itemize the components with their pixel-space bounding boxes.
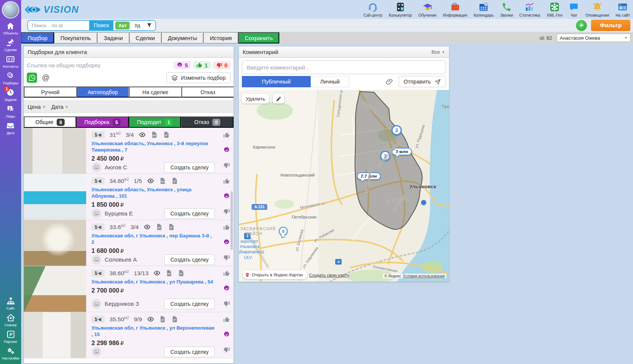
seal-check-icon[interactable] [223, 147, 230, 154]
pdf-icon[interactable]: pdf [156, 223, 163, 231]
tool-xml-gen[interactable]: XML-Ген [546, 2, 562, 17]
send-comment-button[interactable]: Отправить [399, 76, 446, 87]
map-cluster-marker[interactable]: 2 [392, 125, 402, 135]
thumb-down-icon[interactable] [223, 346, 230, 353]
listings-scrollbar[interactable] [231, 191, 233, 250]
listing-photo[interactable] [24, 312, 86, 358]
eye-icon[interactable] [153, 270, 161, 277]
image-count-icon[interactable] [91, 209, 101, 218]
listing-photo[interactable] [24, 128, 86, 173]
listing-address[interactable]: Ульяновская область, Ульяновск , 3-й пер… [91, 141, 218, 153]
mode-tab-Автоподбор[interactable]: Автоподбор [76, 87, 129, 98]
yandex-map[interactable]: Удалить А-151 223 млн2.7 млн0 ПрезидКарл… [239, 90, 449, 282]
comments-filter-select[interactable]: Все ▼ [432, 49, 445, 55]
listing-photo[interactable] [24, 174, 86, 220]
listing-address[interactable]: Ульяновская обл, г Ульяновск , ул Пушкар… [91, 279, 218, 285]
create-own-map-link[interactable]: Создать свою карту [309, 273, 349, 277]
sidebar-item-selections[interactable]: Подборы [3, 71, 18, 85]
sidebar-item-settings[interactable]: Настройки [2, 347, 20, 360]
mode-tab-На сделке[interactable]: На сделке [129, 87, 181, 98]
thumb-up-icon[interactable] [223, 270, 230, 277]
tab-Покупатель[interactable]: Покупатель [54, 32, 98, 43]
listing-address[interactable]: Ульяновская область, Ульяновск , улица А… [91, 187, 218, 200]
tool-notifications[interactable]: Оповещения [585, 2, 609, 17]
visibility-tab-Публичный[interactable]: Публичный [242, 76, 311, 87]
eye-icon[interactable] [144, 223, 151, 231]
seal-check-icon[interactable] [223, 285, 230, 292]
listing-photo[interactable] [24, 266, 86, 312]
deleted-toggle-button[interactable]: Уд [132, 23, 142, 28]
presentation-icon[interactable]: P [168, 223, 175, 231]
sidebar-item-scanner[interactable]: Сканер [2, 313, 20, 327]
mode-tab-Отказ[interactable]: Отказ [181, 87, 234, 98]
tool-statistics[interactable]: Статистика [519, 2, 540, 17]
count-tab-rejected[interactable]: Отказ0 [181, 116, 234, 128]
create-deal-button[interactable]: Создать сделку [164, 162, 215, 173]
pdf-icon[interactable]: pdf [166, 270, 173, 277]
add-button[interactable]: + [576, 20, 587, 31]
sidebar-item-leads[interactable]: $Лиды [3, 105, 18, 118]
presentation-icon[interactable]: P [171, 316, 178, 323]
tool-calls[interactable]: Звонки [500, 2, 513, 17]
tool-calculator[interactable]: Калькулятор [389, 2, 412, 17]
sidebar-item-site[interactable]: Сайт [2, 297, 20, 310]
tool-to-site[interactable]: На сайт [616, 2, 630, 17]
count-tab-all[interactable]: Общие8 [24, 116, 76, 128]
sidebar-item-disk[interactable]: Диск [3, 121, 18, 135]
thumb-up-icon[interactable] [223, 178, 230, 185]
bridge-point-icon[interactable] [421, 200, 426, 205]
image-count-icon[interactable] [91, 255, 101, 265]
sidebar-item-tasks[interactable]: 1Задачи [3, 88, 18, 102]
create-deal-button[interactable]: Создать сделку [164, 254, 215, 265]
tab-Подбор[interactable]: Подбор [21, 32, 54, 43]
tab-История[interactable]: История [203, 32, 238, 43]
create-deal-button[interactable]: Создать сделку [164, 299, 215, 309]
change-selection-button[interactable]: Изменить подбор [166, 72, 231, 83]
eye-icon[interactable] [147, 177, 154, 184]
tool-calendar[interactable]: Календарь [474, 2, 494, 17]
search-input[interactable] [28, 21, 89, 30]
image-count-icon[interactable] [91, 347, 101, 357]
map-zero-marker[interactable]: 0 [279, 227, 288, 235]
sort-price[interactable]: Цена ▼ [28, 104, 46, 110]
thumb-up-icon[interactable] [223, 132, 230, 139]
dislike-count-badge[interactable]: 0 [213, 61, 231, 69]
thumb-up-icon[interactable] [223, 316, 230, 323]
user-avatar[interactable] [2, 1, 19, 19]
eye-icon[interactable] [147, 316, 154, 323]
map-edit-button[interactable] [273, 94, 284, 104]
tab-Задачи[interactable]: Задачи [97, 32, 129, 43]
count-tab-selection[interactable]: Подборка5 [76, 116, 129, 128]
tool-education[interactable]: Обучение [418, 2, 436, 17]
search-filter-button[interactable] [143, 21, 155, 30]
tool-call-center[interactable]: Call-центр [364, 2, 382, 17]
email-at-button[interactable]: @ [42, 73, 50, 82]
thumb-down-icon[interactable] [223, 300, 230, 307]
listing-address[interactable]: Ульяновская обл, г Ульяновск , пер Баума… [91, 233, 218, 246]
presentation-icon[interactable]: P [163, 131, 170, 138]
seal-check-icon[interactable] [223, 193, 230, 200]
seal-check-icon[interactable] [223, 239, 230, 246]
create-deal-button[interactable]: Создать сделку [164, 208, 215, 219]
map-delete-button[interactable]: Удалить [242, 94, 269, 104]
save-button[interactable]: Сохранить [238, 32, 279, 43]
sort-date[interactable]: Дата ▼ [51, 104, 68, 110]
terms-of-use-link[interactable]: Условия использования [403, 274, 445, 278]
thumb-down-icon[interactable] [223, 208, 230, 215]
listing-address[interactable]: Ульяновская обл, г Ульяновск , ул Верхне… [91, 325, 218, 338]
count-tab-suitable[interactable]: Подходит1 [129, 116, 181, 128]
create-deal-button[interactable]: Создать сделку [164, 347, 215, 357]
presentation-icon[interactable]: P [171, 177, 178, 184]
approved-count-badge[interactable]: 5 [173, 61, 191, 69]
filter-button[interactable]: Фильтр [591, 20, 630, 31]
actual-toggle-button[interactable]: Акт [115, 22, 130, 29]
image-count-icon[interactable] [91, 163, 101, 172]
listing-photo[interactable] [24, 220, 86, 266]
thumb-up-icon[interactable] [223, 224, 230, 231]
agent-select[interactable]: Анастасия Ожева ▼ [557, 34, 631, 42]
tool-information[interactable]: Информация [443, 2, 467, 17]
sidebar-item-objects[interactable]: Объекты [3, 22, 18, 35]
sidebar-item-parsing[interactable]: PПарсинг [2, 330, 20, 344]
visibility-tab-Личный[interactable]: Личный [311, 76, 349, 87]
mode-tab-Ручной[interactable]: Ручной [24, 87, 76, 98]
